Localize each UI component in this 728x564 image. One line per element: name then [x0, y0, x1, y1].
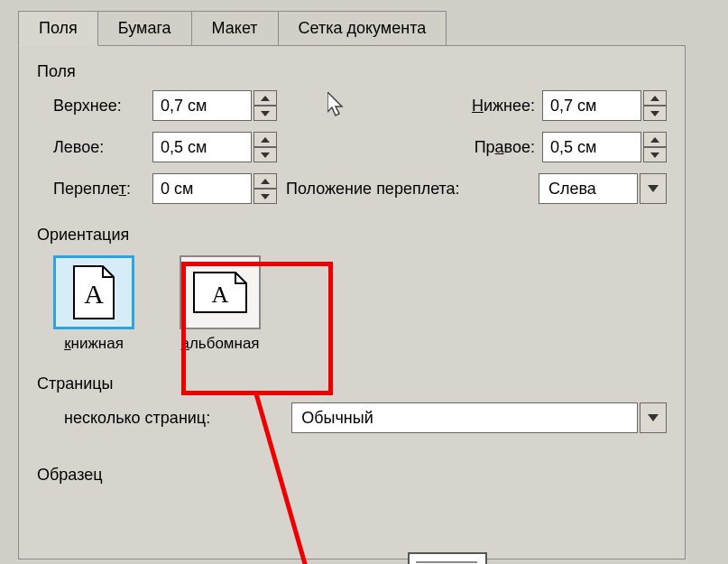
margin-top-label: Верхнее:	[53, 97, 152, 116]
svg-marker-1	[261, 111, 270, 116]
svg-text:A: A	[84, 279, 104, 309]
multi-pages-value[interactable]: Обычный	[291, 402, 638, 433]
gutter-spinner[interactable]: 0 см	[152, 173, 277, 204]
svg-marker-2	[650, 96, 659, 101]
margin-right-spinner[interactable]: 0,5 см	[542, 132, 667, 162]
svg-marker-9	[261, 194, 270, 199]
svg-marker-8	[261, 179, 270, 184]
group-preview-label: Образец	[37, 466, 667, 485]
margin-top-down[interactable]	[253, 106, 277, 121]
tab-bar: Поля Бумага Макет Сетка документа	[18, 11, 686, 46]
gutter-value[interactable]: 0 см	[152, 173, 252, 204]
margin-left-label: Левое:	[53, 138, 152, 157]
gutter-down[interactable]	[253, 189, 277, 204]
margin-bottom-spinner[interactable]: 0,7 см	[542, 90, 667, 121]
svg-marker-3	[650, 111, 659, 116]
orientation-portrait-label: книжная	[64, 335, 124, 353]
svg-marker-15	[648, 414, 659, 421]
svg-text:A: A	[212, 282, 229, 308]
gutter-position-value[interactable]: Слева	[539, 173, 638, 204]
margin-right-label: Правое:	[454, 138, 535, 157]
margin-bottom-up[interactable]	[643, 90, 667, 106]
multi-pages-label: несколько страниц:	[64, 409, 210, 428]
tab-layout[interactable]: Макет	[191, 11, 279, 46]
svg-marker-6	[650, 137, 659, 143]
margin-right-down[interactable]	[643, 147, 667, 162]
orientation-portrait[interactable]: A книжная	[53, 255, 134, 353]
margin-left-up[interactable]	[253, 132, 277, 147]
svg-marker-0	[261, 96, 270, 101]
group-pages-label: Страницы	[37, 374, 667, 393]
margin-right-up[interactable]	[643, 132, 667, 147]
orientation-landscape-icon[interactable]: A	[180, 255, 261, 329]
tab-grid[interactable]: Сетка документа	[278, 11, 447, 46]
svg-marker-4	[261, 137, 270, 143]
orientation-landscape[interactable]: A альбомная	[180, 255, 261, 353]
tab-fields[interactable]: Поля	[18, 11, 98, 46]
margin-bottom-label: Нижнее:	[454, 97, 535, 116]
tab-paper[interactable]: Бумага	[97, 11, 192, 46]
margin-left-down[interactable]	[253, 147, 277, 162]
margin-left-spinner[interactable]: 0,5 см	[152, 132, 277, 162]
margin-top-up[interactable]	[253, 90, 277, 106]
group-orientation-label: Ориентация	[37, 226, 667, 245]
gutter-position-toggle[interactable]	[640, 173, 667, 204]
gutter-position-label: Положение переплета:	[286, 180, 460, 199]
gutter-up[interactable]	[253, 173, 277, 189]
margin-top-spinner[interactable]: 0,7 см	[152, 90, 277, 121]
svg-marker-5	[261, 153, 270, 158]
margin-bottom-down[interactable]	[643, 106, 667, 121]
group-margins-label: Поля	[37, 62, 667, 81]
svg-marker-7	[650, 153, 659, 158]
multi-pages-dropdown[interactable]: Обычный	[291, 402, 667, 433]
svg-marker-10	[648, 185, 659, 192]
gutter-label: Переплет:	[53, 180, 152, 199]
margin-left-value[interactable]: 0,5 см	[152, 132, 252, 162]
margin-top-value[interactable]: 0,7 см	[152, 90, 252, 121]
multi-pages-toggle[interactable]	[640, 402, 667, 433]
orientation-landscape-label: альбомная	[180, 335, 259, 353]
orientation-portrait-icon[interactable]: A	[53, 255, 134, 329]
margin-bottom-value[interactable]: 0,7 см	[542, 90, 641, 121]
panel-fields: Поля Верхнее: 0,7 см Нижнее: 0,7 см	[18, 45, 686, 559]
preview-page-icon	[407, 551, 488, 564]
margin-right-value[interactable]: 0,5 см	[542, 132, 641, 162]
gutter-position-dropdown[interactable]: Слева	[539, 173, 667, 204]
